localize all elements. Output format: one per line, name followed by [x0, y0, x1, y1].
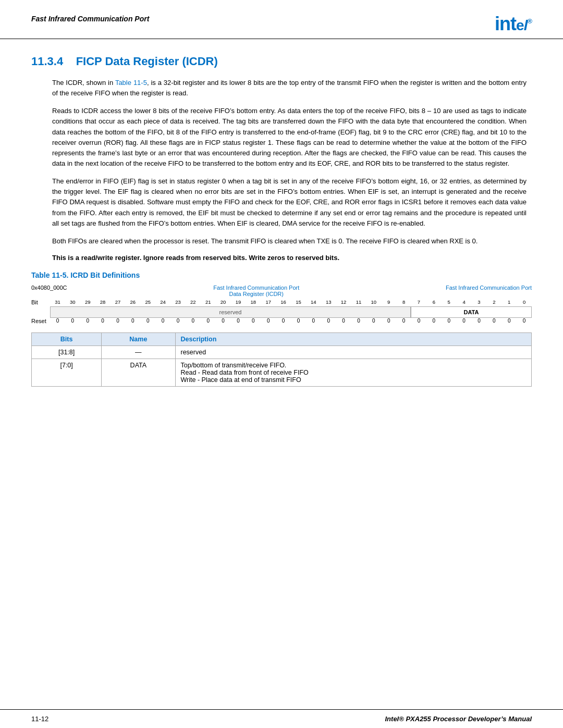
addr-center-line1: Fast Infrared Communication Port	[213, 285, 299, 291]
section-heading: 11.3.4 FICP Data Register (ICDR)	[31, 55, 532, 68]
bit-number: 10	[366, 299, 381, 305]
addr-center: Fast Infrared Communication Port Data Re…	[213, 285, 299, 297]
cell-name: —	[102, 346, 175, 359]
reset-label: Reset	[31, 318, 50, 324]
bit-number: 0	[517, 299, 532, 305]
addr-right: Fast Infrared Communication Port	[446, 285, 532, 297]
named-row-spacer	[31, 306, 50, 318]
bit-number: 19	[231, 299, 246, 305]
bit-number: 18	[246, 299, 261, 305]
intel-logo: intel®	[495, 15, 532, 33]
reset-value: 0	[396, 318, 411, 324]
bit-number: 13	[321, 299, 336, 305]
bit-numbers-row: Bit 313029282726252423222120191817161514…	[31, 299, 532, 305]
footer: 11-12 Intel® PXA255 Processor Developer’…	[0, 709, 563, 728]
bit-number: 17	[261, 299, 276, 305]
reset-value: 0	[80, 318, 95, 324]
bit-number: 16	[276, 299, 291, 305]
reset-value: 0	[276, 318, 291, 324]
reset-value: 0	[381, 318, 396, 324]
reset-value: 0	[111, 318, 126, 324]
cell-description: Top/bottom of transmit/receive FIFO.Read…	[175, 359, 532, 386]
bit-number: 26	[125, 299, 140, 305]
reset-row: Reset 00000000000000000000000000000000	[31, 318, 532, 324]
bit-number: 5	[442, 299, 457, 305]
cell-bits: [7:0]	[32, 359, 102, 386]
def-table-body: [31:8]—reserved[7:0]DATATop/bottom of tr…	[32, 346, 532, 386]
bit-number: 25	[140, 299, 155, 305]
reset-value: 0	[95, 318, 111, 324]
named-cells: reservedDATA	[50, 306, 532, 318]
section-number: 11.3.4	[31, 55, 63, 68]
reset-value: 0	[366, 318, 381, 324]
bit-number: 31	[50, 299, 65, 305]
bit-number: 22	[186, 299, 201, 305]
table-link[interactable]: Table 11-5	[115, 79, 147, 87]
reset-value: 0	[140, 318, 155, 324]
bit-number: 21	[201, 299, 216, 305]
named-regions-row: reservedDATA	[31, 306, 532, 318]
address-hex: 0x4080_000C	[31, 285, 67, 291]
reset-value: 0	[155, 318, 170, 324]
bit-number: 24	[155, 299, 170, 305]
address-labels-row: 0x4080_000C Fast Infrared Communication …	[31, 285, 532, 297]
header-title: Fast Infrared Communication Port	[31, 15, 149, 23]
table-header-row: Bits Name Description	[32, 332, 532, 346]
bit-number: 4	[457, 299, 472, 305]
bit-label: Bit	[31, 299, 50, 305]
bit-number: 9	[381, 299, 396, 305]
bold-note: This is a read/write register. Ignore re…	[52, 254, 532, 262]
bit-number: 28	[95, 299, 111, 305]
paragraph-4: Both FIFOs are cleared when the processo…	[52, 236, 527, 246]
page: Fast Infrared Communication Port intel® …	[0, 0, 563, 728]
reset-value: 0	[291, 318, 306, 324]
bit-number: 29	[80, 299, 95, 305]
header: Fast Infrared Communication Port intel®	[0, 0, 563, 39]
footer-document-title: Intel® PXA255 Processor Developer’s Manu…	[385, 715, 532, 723]
logo-text: intel®	[495, 15, 532, 33]
bit-number: 3	[472, 299, 487, 305]
cell-description: reserved	[175, 346, 532, 359]
reset-value: 0	[261, 318, 276, 324]
bit-number: 1	[501, 299, 517, 305]
reset-value: 0	[231, 318, 246, 324]
reset-value: 0	[426, 318, 442, 324]
reset-value: 0	[351, 318, 366, 324]
col-bits: Bits	[32, 332, 102, 346]
bit-number: 8	[396, 299, 411, 305]
addr-right-text: Fast Infrared Communication Port	[446, 285, 532, 291]
col-name: Name	[102, 332, 175, 346]
reset-value: 0	[486, 318, 501, 324]
region-cell-reserved: reserved	[50, 306, 411, 318]
bit-number: 14	[306, 299, 321, 305]
addr-center-line2: Data Register (ICDR)	[229, 291, 284, 297]
paragraph-3: The end/error in FIFO (EIF) flag is set …	[52, 176, 527, 229]
reset-value: 0	[321, 318, 336, 324]
bit-cells: 3130292827262524232221201918171615141312…	[50, 299, 532, 305]
section-title: FICP Data Register (ICDR)	[76, 55, 218, 68]
reset-value: 0	[125, 318, 140, 324]
reset-value: 0	[472, 318, 487, 324]
cell-bits: [31:8]	[32, 346, 102, 359]
bit-number: 12	[336, 299, 351, 305]
bit-number: 7	[411, 299, 426, 305]
reset-value: 0	[170, 318, 186, 324]
reset-value: 0	[501, 318, 517, 324]
reset-value: 0	[246, 318, 261, 324]
bit-number: 20	[216, 299, 231, 305]
reset-value: 0	[216, 318, 231, 324]
region-cell-data: DATA	[411, 306, 532, 318]
paragraph-1: The ICDR, shown in Table 11-5, is a 32-b…	[52, 78, 527, 98]
paragraph-2: Reads to ICDR access the lower 8 bits of…	[52, 106, 527, 169]
bit-number: 30	[65, 299, 80, 305]
footer-page-number: 11-12	[31, 715, 48, 723]
reset-value: 0	[442, 318, 457, 324]
bit-number: 6	[426, 299, 442, 305]
bit-number: 11	[351, 299, 366, 305]
reset-value: 0	[411, 318, 426, 324]
reset-value: 0	[457, 318, 472, 324]
table-row: [7:0]DATATop/bottom of transmit/receive …	[32, 359, 532, 386]
bit-definitions-table: Bits Name Description [31:8]—reserved[7:…	[31, 332, 532, 387]
reset-cells: 00000000000000000000000000000000	[50, 318, 532, 324]
reset-value: 0	[65, 318, 80, 324]
